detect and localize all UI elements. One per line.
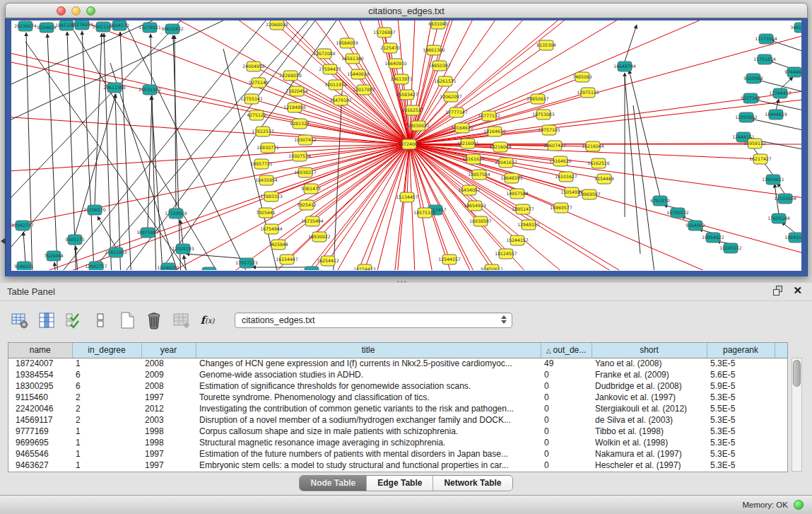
network-node[interactable]: 12505193 xyxy=(172,244,194,254)
network-node[interactable]: 24004958 xyxy=(242,62,265,71)
table-cell[interactable]: Hescheler et al. (1997) xyxy=(592,460,707,471)
network-node[interactable]: 18753083 xyxy=(532,110,555,119)
table-cell[interactable]: 5.3E-5 xyxy=(707,437,775,448)
table-cell[interactable]: 1 xyxy=(72,426,141,437)
network-canvas[interactable]: 2023607495546241065328715276033339111049… xyxy=(11,21,801,271)
network-node[interactable]: 9227343 xyxy=(741,93,760,103)
function-builder-icon[interactable]: f(x) xyxy=(198,311,217,330)
table-cell[interactable]: 5.3E-5 xyxy=(707,358,775,369)
table-cell[interactable]: Wolkin et al. (1998) xyxy=(592,437,707,448)
network-node[interactable]: 16561300 xyxy=(341,54,364,64)
network-node[interactable]: 9164062 xyxy=(686,221,705,230)
table-cell[interactable]: 22420046 xyxy=(8,403,72,414)
create-column-icon[interactable] xyxy=(117,311,136,330)
memory-ok-indicator[interactable] xyxy=(794,500,804,510)
network-node[interactable]: 9275148 xyxy=(249,78,269,88)
network-node[interactable]: 9245061 xyxy=(199,267,219,270)
network-node[interactable]: 12062097 xyxy=(440,92,462,102)
tab-node-table[interactable]: Node Table xyxy=(300,476,367,491)
network-table-select[interactable]: citations_edges.txt xyxy=(235,313,512,328)
network-node[interactable]: 10930771 xyxy=(257,143,279,153)
network-node[interactable]: 16938217 xyxy=(294,168,317,177)
network-node[interactable]: 18957731 xyxy=(250,159,273,169)
close-panel-icon[interactable]: ✕ xyxy=(793,286,802,296)
network-node[interactable]: 18245012 xyxy=(719,243,742,253)
table-cell[interactable]: 2012 xyxy=(141,403,196,414)
network-node[interactable]: 15751874 xyxy=(753,54,776,64)
table-cell[interactable]: 0 xyxy=(541,460,592,471)
network-node[interactable]: 9246031 xyxy=(14,262,34,270)
network-node[interactable]: 92450612 xyxy=(481,264,503,270)
network-node[interactable]: 16217427 xyxy=(749,154,772,164)
table-cell[interactable]: Jankovic et al. (1997) xyxy=(592,392,707,403)
table-cell[interactable]: 0 xyxy=(541,426,592,437)
table-row[interactable]: 1830029562008Estimation of significance … xyxy=(8,380,788,392)
network-node[interactable]: 12948157 xyxy=(517,220,540,230)
network-node[interactable]: 7925412 xyxy=(297,200,317,210)
scrollbar-thumb[interactable] xyxy=(793,360,801,387)
network-node[interactable]: 20236074 xyxy=(14,21,37,31)
table-cell[interactable]: Corpus callosum shape and size in male p… xyxy=(196,426,541,437)
network-node[interactable]: 12942757 xyxy=(85,262,107,270)
network-node[interactable]: 13276021 xyxy=(139,23,161,33)
table-cell[interactable]: Structural magnetic resonance image aver… xyxy=(196,437,541,448)
network-node[interactable]: 9329968 xyxy=(743,74,763,83)
network-graph-svg[interactable]: 2023607495546241065328715276033339111049… xyxy=(11,21,801,270)
table-vertical-scrollbar[interactable] xyxy=(792,358,802,472)
network-node[interactable]: 2125470 xyxy=(380,43,400,53)
table-row[interactable]: 977716911998Corpus callosum shape and si… xyxy=(8,426,788,437)
network-node[interactable]: 9505175 xyxy=(65,235,85,245)
network-node[interactable]: 98610432 xyxy=(161,24,184,34)
table-cell[interactable]: 2 xyxy=(72,403,141,414)
network-node[interactable]: 7925441 xyxy=(256,208,276,218)
network-node[interactable]: 9604170 xyxy=(110,21,129,30)
table-row[interactable]: 946362711997Embryonic stem cells: a mode… xyxy=(8,460,788,471)
network-node[interactable]: 18124557 xyxy=(495,249,517,259)
table-cell[interactable]: 0 xyxy=(541,448,592,460)
close-window-button[interactable] xyxy=(57,6,66,16)
table-cell[interactable]: 1 xyxy=(72,437,141,448)
network-node[interactable]: 22672088 xyxy=(313,49,336,59)
network-node[interactable]: 18444619 xyxy=(765,110,787,119)
table-cell[interactable]: 9777169 xyxy=(8,426,72,437)
table-cell[interactable]: 5.3E-5 xyxy=(707,448,775,460)
table-cell[interactable]: 9115460 xyxy=(8,392,72,403)
network-node[interactable]: 18930022 xyxy=(308,232,331,242)
network-node[interactable]: 16938597 xyxy=(469,216,492,226)
table-cell[interactable]: 9465546 xyxy=(8,448,72,460)
column-header-pagerank[interactable]: pagerank xyxy=(707,343,775,358)
table-row[interactable]: 2242004622012Investigating the contribut… xyxy=(8,403,788,414)
network-node[interactable]: 24850637 xyxy=(526,94,549,104)
table-cell[interactable]: 2009 xyxy=(141,369,196,380)
table-cell[interactable]: 0 xyxy=(541,380,592,392)
table-cell[interactable]: Estimation of significance thresholds fo… xyxy=(196,380,541,392)
minimize-window-button[interactable] xyxy=(71,6,81,16)
column-header-year[interactable]: year xyxy=(141,343,196,358)
table-cell[interactable]: de Silva et al. (2003) xyxy=(592,414,707,426)
network-node[interactable]: 7485063 xyxy=(572,72,592,82)
table-cell[interactable]: 9463627 xyxy=(8,460,72,471)
network-node[interactable]: 12744417 xyxy=(769,88,792,98)
west-panel-collapse-arrow-icon[interactable] xyxy=(1,238,6,245)
table-row[interactable]: 1456911722003Disruption of a novel membe… xyxy=(8,414,788,426)
network-node[interactable]: 13164610 xyxy=(549,156,572,166)
table-row[interactable]: 1872400712008Changes of HCN gene express… xyxy=(8,358,788,369)
table-cell[interactable]: 2 xyxy=(72,392,141,403)
table-cell[interactable]: 49 xyxy=(541,358,592,369)
network-node[interactable]: 10954822 xyxy=(702,233,724,243)
network-node[interactable]: 12755141 xyxy=(240,94,263,104)
column-header-name[interactable]: name xyxy=(8,343,72,358)
network-node[interactable]: 30975887 xyxy=(136,228,159,238)
network-node[interactable]: 10246031 xyxy=(157,263,180,270)
table-cell[interactable]: Yano et al. (2008) xyxy=(592,358,707,369)
table-cell[interactable]: 5.3E-5 xyxy=(707,392,775,403)
table-cell[interactable]: 18724007 xyxy=(8,358,72,369)
table-cell[interactable]: 2003 xyxy=(141,414,196,426)
network-node[interactable]: 16754944 xyxy=(260,224,283,234)
table-cell[interactable]: 1 xyxy=(72,448,141,460)
table-cell[interactable]: 0 xyxy=(541,403,592,414)
table-cell[interactable]: 0 xyxy=(541,414,592,426)
table-cell[interactable]: 9699695 xyxy=(8,437,72,448)
table-cell[interactable]: 1997 xyxy=(141,392,196,403)
table-cell[interactable]: Tibbo et al. (1998) xyxy=(592,426,707,437)
